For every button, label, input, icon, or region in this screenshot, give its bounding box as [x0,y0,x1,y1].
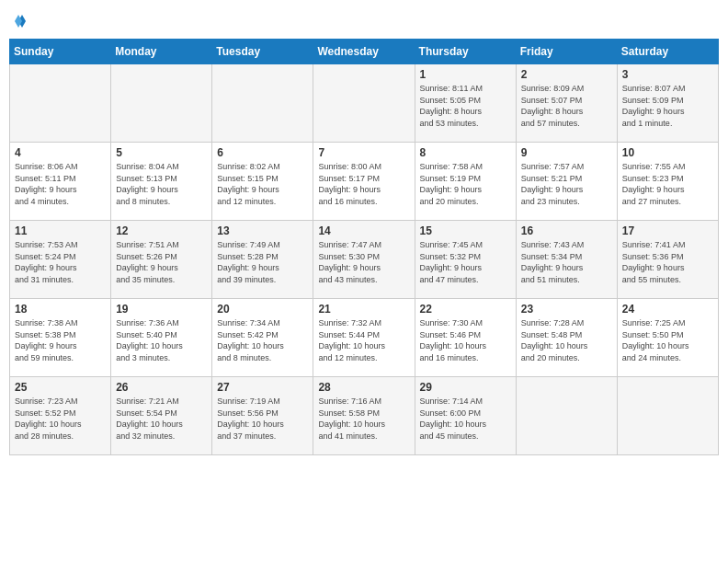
calendar-cell: 5Sunrise: 8:04 AM Sunset: 5:13 PM Daylig… [111,143,212,221]
day-info: Sunrise: 7:45 AM Sunset: 5:32 PM Dayligh… [420,239,511,285]
day-number: 21 [318,303,409,316]
day-number: 23 [521,303,612,316]
day-info: Sunrise: 7:49 AM Sunset: 5:28 PM Dayligh… [217,239,308,285]
day-info: Sunrise: 8:06 AM Sunset: 5:11 PM Dayligh… [15,161,106,207]
day-number: 29 [420,381,511,394]
day-info: Sunrise: 7:43 AM Sunset: 5:34 PM Dayligh… [521,239,612,285]
day-number: 27 [217,381,308,394]
day-number: 2 [521,68,612,81]
calendar-day-header: Tuesday [212,40,313,64]
calendar-cell: 8Sunrise: 7:58 AM Sunset: 5:19 PM Daylig… [415,143,516,221]
day-number: 25 [15,381,106,394]
day-info: Sunrise: 8:04 AM Sunset: 5:13 PM Dayligh… [116,161,207,207]
day-info: Sunrise: 7:38 AM Sunset: 5:38 PM Dayligh… [15,317,106,363]
day-info: Sunrise: 7:34 AM Sunset: 5:42 PM Dayligh… [217,317,308,363]
calendar-week-row: 1Sunrise: 8:11 AM Sunset: 5:05 PM Daylig… [10,64,719,143]
calendar-cell [10,64,111,143]
calendar-week-row: 18Sunrise: 7:38 AM Sunset: 5:38 PM Dayli… [10,299,719,377]
calendar-cell: 3Sunrise: 8:07 AM Sunset: 5:09 PM Daylig… [617,64,718,143]
day-number: 7 [318,146,409,159]
day-number: 16 [521,224,612,237]
day-number: 3 [622,68,713,81]
logo-text [9,9,26,33]
day-info: Sunrise: 7:55 AM Sunset: 5:23 PM Dayligh… [622,161,713,207]
calendar-week-row: 25Sunrise: 7:23 AM Sunset: 5:52 PM Dayli… [10,377,719,455]
calendar-week-row: 11Sunrise: 7:53 AM Sunset: 5:24 PM Dayli… [10,221,719,299]
calendar-cell: 23Sunrise: 7:28 AM Sunset: 5:48 PM Dayli… [516,299,617,377]
day-number: 11 [15,224,106,237]
day-number: 28 [318,381,409,394]
calendar-cell: 22Sunrise: 7:30 AM Sunset: 5:46 PM Dayli… [415,299,516,377]
day-info: Sunrise: 8:09 AM Sunset: 5:07 PM Dayligh… [521,83,612,129]
day-info: Sunrise: 7:47 AM Sunset: 5:30 PM Dayligh… [318,239,409,285]
day-info: Sunrise: 7:14 AM Sunset: 6:00 PM Dayligh… [420,396,511,442]
day-number: 20 [217,303,308,316]
calendar-cell: 13Sunrise: 7:49 AM Sunset: 5:28 PM Dayli… [212,221,313,299]
day-number: 15 [420,224,511,237]
day-info: Sunrise: 7:25 AM Sunset: 5:50 PM Dayligh… [622,317,713,363]
day-number: 1 [420,68,511,81]
calendar-day-header: Sunday [10,40,111,64]
page-header [9,9,719,29]
day-info: Sunrise: 7:16 AM Sunset: 5:58 PM Dayligh… [318,396,409,442]
day-number: 26 [116,381,207,394]
calendar-cell: 18Sunrise: 7:38 AM Sunset: 5:38 PM Dayli… [10,299,111,377]
calendar-cell: 10Sunrise: 7:55 AM Sunset: 5:23 PM Dayli… [617,143,718,221]
day-info: Sunrise: 7:57 AM Sunset: 5:21 PM Dayligh… [521,161,612,207]
day-number: 5 [116,146,207,159]
day-info: Sunrise: 7:30 AM Sunset: 5:46 PM Dayligh… [420,317,511,363]
day-info: Sunrise: 8:11 AM Sunset: 5:05 PM Dayligh… [420,83,511,129]
day-info: Sunrise: 7:36 AM Sunset: 5:40 PM Dayligh… [116,317,207,363]
day-info: Sunrise: 8:02 AM Sunset: 5:15 PM Dayligh… [217,161,308,207]
day-number: 24 [622,303,713,316]
svg-marker-1 [15,15,22,28]
calendar-cell [212,64,313,143]
day-number: 18 [15,303,106,316]
calendar-cell [617,377,718,455]
day-number: 9 [521,146,612,159]
calendar-cell: 17Sunrise: 7:41 AM Sunset: 5:36 PM Dayli… [617,221,718,299]
calendar-cell: 1Sunrise: 8:11 AM Sunset: 5:05 PM Daylig… [415,64,516,143]
calendar-cell: 21Sunrise: 7:32 AM Sunset: 5:44 PM Dayli… [313,299,415,377]
calendar-cell: 28Sunrise: 7:16 AM Sunset: 5:58 PM Dayli… [313,377,415,455]
calendar-cell: 15Sunrise: 7:45 AM Sunset: 5:32 PM Dayli… [415,221,516,299]
day-info: Sunrise: 8:07 AM Sunset: 5:09 PM Dayligh… [622,83,713,129]
day-number: 10 [622,146,713,159]
calendar-cell: 25Sunrise: 7:23 AM Sunset: 5:52 PM Dayli… [10,377,111,455]
day-number: 17 [622,224,713,237]
day-number: 22 [420,303,511,316]
calendar-day-header: Wednesday [313,40,415,64]
day-info: Sunrise: 7:23 AM Sunset: 5:52 PM Dayligh… [15,396,106,442]
calendar-cell: 14Sunrise: 7:47 AM Sunset: 5:30 PM Dayli… [313,221,415,299]
day-number: 8 [420,146,511,159]
logo-icon [9,13,26,29]
calendar-cell: 16Sunrise: 7:43 AM Sunset: 5:34 PM Dayli… [516,221,617,299]
day-info: Sunrise: 7:53 AM Sunset: 5:24 PM Dayligh… [15,239,106,285]
calendar-cell: 24Sunrise: 7:25 AM Sunset: 5:50 PM Dayli… [617,299,718,377]
calendar-cell: 29Sunrise: 7:14 AM Sunset: 6:00 PM Dayli… [415,377,516,455]
day-number: 14 [318,224,409,237]
calendar-cell: 20Sunrise: 7:34 AM Sunset: 5:42 PM Dayli… [212,299,313,377]
calendar-day-header: Monday [111,40,212,64]
calendar-cell: 11Sunrise: 7:53 AM Sunset: 5:24 PM Dayli… [10,221,111,299]
calendar-day-header: Thursday [415,40,516,64]
day-info: Sunrise: 7:21 AM Sunset: 5:54 PM Dayligh… [116,396,207,442]
calendar-cell: 26Sunrise: 7:21 AM Sunset: 5:54 PM Dayli… [111,377,212,455]
calendar-cell: 7Sunrise: 8:00 AM Sunset: 5:17 PM Daylig… [313,143,415,221]
day-info: Sunrise: 8:00 AM Sunset: 5:17 PM Dayligh… [318,161,409,207]
calendar-cell: 19Sunrise: 7:36 AM Sunset: 5:40 PM Dayli… [111,299,212,377]
calendar-cell [516,377,617,455]
day-info: Sunrise: 7:28 AM Sunset: 5:48 PM Dayligh… [521,317,612,363]
day-info: Sunrise: 7:41 AM Sunset: 5:36 PM Dayligh… [622,239,713,285]
calendar-day-header: Saturday [617,40,718,64]
day-number: 13 [217,224,308,237]
day-number: 12 [116,224,207,237]
day-number: 6 [217,146,308,159]
calendar-cell [313,64,415,143]
calendar-cell: 12Sunrise: 7:51 AM Sunset: 5:26 PM Dayli… [111,221,212,299]
calendar-header-row: SundayMondayTuesdayWednesdayThursdayFrid… [10,40,719,64]
day-number: 4 [15,146,106,159]
calendar-cell [111,64,212,143]
logo [9,9,26,29]
calendar-cell: 4Sunrise: 8:06 AM Sunset: 5:11 PM Daylig… [10,143,111,221]
